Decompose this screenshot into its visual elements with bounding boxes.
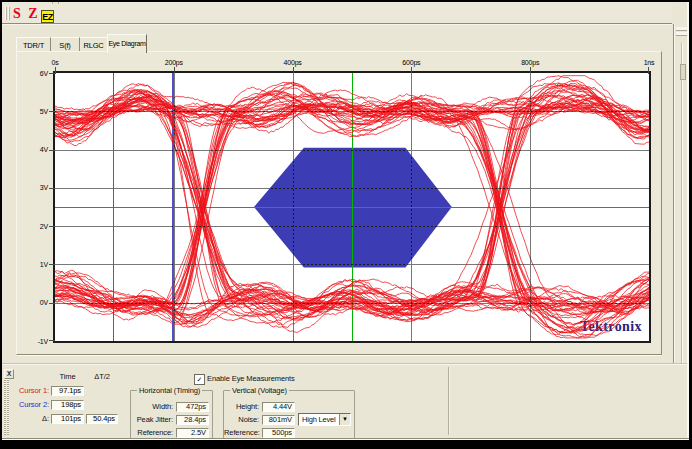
column-header-time: Time	[49, 372, 86, 381]
window-bottom-highlight	[2, 439, 689, 440]
toolbar-grip[interactable]	[5, 7, 7, 20]
column-header-delta-t-half: ΔT/2	[85, 372, 119, 381]
noise-level-value: High Level	[302, 415, 335, 425]
dropdown-arrow-icon[interactable]: ▼	[339, 414, 350, 425]
y-axis-tick-label: -1V	[22, 337, 48, 346]
voltage-reference-field[interactable]: 500ps	[262, 428, 295, 438]
cursor-delta-t-half-field[interactable]: 50.4ps	[86, 414, 118, 424]
peak-jitter-field[interactable]: 28.4ps	[176, 415, 209, 425]
x-axis-tick-label: 200ps	[157, 58, 191, 67]
noise-level-dropdown[interactable]: High Level ▼	[298, 413, 351, 426]
x-axis-tick-label: 800ps	[513, 58, 547, 67]
cursor-delta-label: Δ:	[10, 414, 49, 424]
y-axis-tick-label: 5V	[22, 107, 48, 116]
right-scrollbar-track[interactable]	[681, 43, 683, 381]
right-scrollbar-thumb[interactable]	[680, 64, 686, 80]
cursor2-label: Cursor 2:	[10, 400, 49, 410]
window-right-highlight	[687, 2, 689, 439]
toolbar-highlight	[2, 24, 672, 25]
tab-page-shadow	[17, 355, 662, 356]
cursor1-label: Cursor 1:	[10, 386, 49, 396]
panel-grip[interactable]	[4, 379, 6, 435]
voltage-reference-label: Reference:	[224, 428, 259, 438]
timing-reference-label: Reference:	[131, 428, 173, 438]
y-axis-tick-label: 2V	[22, 222, 48, 231]
noise-field[interactable]: 801mV	[262, 415, 295, 425]
y-axis-tick-label: 1V	[22, 260, 48, 269]
noise-label: Noise:	[224, 415, 259, 425]
cursor-delta-time-field[interactable]: 101ps	[51, 414, 84, 424]
impedance-tool-button[interactable]: Z	[26, 5, 40, 22]
y-axis-tick-label: 4V	[22, 145, 48, 154]
enable-eye-measurements-checkbox[interactable]: ✓	[194, 374, 205, 385]
right-pane-separator-highlight	[674, 24, 675, 390]
width-field[interactable]: 472ps	[176, 402, 209, 412]
eye-diagram-tool-button[interactable]: EZ	[41, 10, 54, 23]
y-axis-tick-label: 0V	[22, 298, 48, 307]
height-field[interactable]: 4.44V	[262, 402, 295, 412]
tab-eye-diagram[interactable]: Eye Diagram	[107, 34, 147, 53]
s-parameter-tool-button[interactable]: S	[10, 5, 24, 22]
x-axis-tick-label: 600ps	[394, 58, 428, 67]
vertical-voltage-title: Vertical (Voltage)	[230, 386, 289, 395]
height-label: Height:	[224, 402, 259, 412]
y-axis-tick-label: 6V	[22, 69, 48, 78]
measurements-panel: x Time ΔT/2 Cursor 1: 97.1ps Cursor 2: 1…	[2, 365, 689, 438]
width-label: Width:	[131, 402, 173, 412]
toolbar-notch	[52, 2, 59, 4]
horizontal-timing-title: Horizontal (Timing)	[137, 386, 202, 395]
panel-close-button[interactable]: x	[4, 369, 14, 379]
x-axis-tick-label: 1ns	[632, 58, 666, 67]
enable-eye-measurements-label: Enable Eye Measurements	[207, 374, 295, 384]
x-axis-tick-label: 400ps	[276, 58, 310, 67]
panel-grip-ridge[interactable]	[7, 379, 9, 435]
eye-diagram-plot[interactable]	[55, 73, 649, 341]
cursor2-time-field[interactable]: 198ps	[51, 400, 84, 410]
timing-reference-field[interactable]: 2.5V	[176, 428, 209, 438]
horizontal-timing-group: Horizontal (Timing) Width: 472ps Peak Ji…	[130, 390, 213, 438]
peak-jitter-label: Peak Jitter:	[131, 415, 173, 425]
x-axis-tick-label: 0s	[38, 58, 72, 67]
vertical-voltage-group: Vertical (Voltage) Height: 4.44V Noise: …	[223, 390, 355, 438]
application-window: S Z EZ TDR/T S(f) RLGC Eye Diagram Tektr…	[2, 2, 689, 439]
toolbar	[2, 2, 672, 24]
cursor1-time-field[interactable]: 97.1ps	[51, 386, 84, 396]
panel-vertical-separator-highlight	[449, 367, 450, 435]
y-axis-tick-label: 3V	[22, 183, 48, 192]
